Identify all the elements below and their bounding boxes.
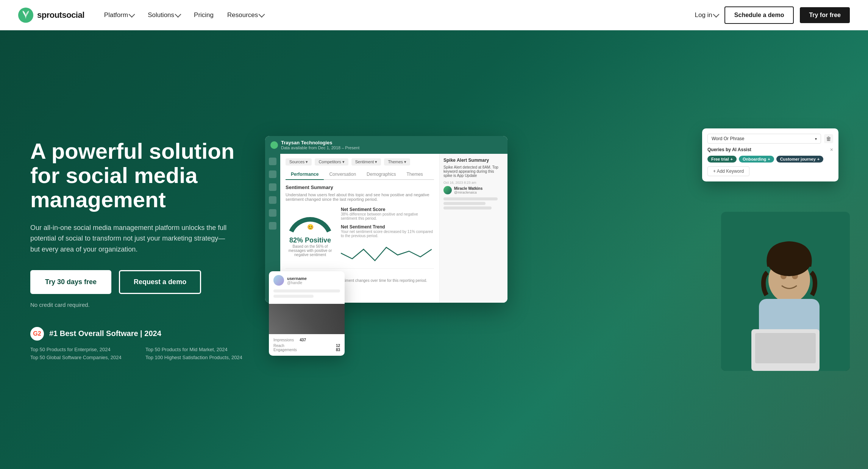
metric-val: 38% difference between positive and nega… <box>341 212 434 220</box>
social-meta: username @handle <box>287 276 340 285</box>
nav-solutions[interactable]: Solutions <box>148 11 180 19</box>
try-free-button[interactable]: Try for free <box>800 7 850 23</box>
ai-queries-title: Queries by AI Assist <box>707 147 751 152</box>
metric-title: Net Sentiment Trend <box>341 224 434 230</box>
stat-label: Impressions <box>273 338 294 342</box>
ai-tag-onboarding[interactable]: Onboarding + <box>739 156 774 163</box>
trend-chart <box>341 242 434 264</box>
award-item: Top 50 Products for Mid Market, 2024 <box>145 347 242 352</box>
nav-pricing[interactable]: Pricing <box>194 11 214 19</box>
hero-section: A powerful solution for social media man… <box>0 30 868 469</box>
hero-content: A powerful solution for social media man… <box>30 139 242 360</box>
person-background <box>721 212 850 371</box>
social-post-lines <box>269 289 345 304</box>
sentiment-content: 😊 82% Positive Based on the 56% of messa… <box>286 207 434 264</box>
nav-resources[interactable]: Resources <box>227 11 264 19</box>
login-button[interactable]: Log in <box>695 11 718 19</box>
chevron-down-icon: ▾ <box>815 137 817 141</box>
request-demo-button[interactable]: Request a demo <box>119 270 201 294</box>
filter-themes[interactable]: Themes ▾ <box>384 158 410 166</box>
right-panel-user: Miracle Watkins @miraclenaica <box>443 186 504 194</box>
sidebar-item[interactable] <box>269 170 276 178</box>
user-handle: @miraclenaica <box>454 191 482 194</box>
stat-impressions: Impressions 437 <box>273 338 306 342</box>
stat-value: 437 <box>300 338 306 342</box>
metric-val: Your net sentiment score decreased by 11… <box>341 230 434 238</box>
sentiment-percentage: 82% Positive <box>286 236 335 244</box>
ai-widget-card: Word Or Phrase ▾ 🗑 Queries by AI Assist … <box>702 128 838 181</box>
tag-plus-icon: + <box>730 157 732 161</box>
sidebar-item[interactable] <box>269 158 276 165</box>
hero-person-image <box>721 212 850 371</box>
hero-visual: Traysan Technologies Data available from… <box>258 128 850 371</box>
hero-subtitle: Our all-in-one social media management p… <box>30 222 227 255</box>
nav-platform[interactable]: Platform <box>104 11 134 19</box>
chevron-down-icon <box>259 11 265 18</box>
filter-sources[interactable]: Sources ▾ <box>286 158 312 166</box>
social-stats: Impressions 437 Reach 12 Engagements 83 <box>269 334 345 356</box>
right-panel-date: Oct 16, 2023 8:23 am <box>443 181 504 184</box>
ai-tag-free-trial[interactable]: Free trial + <box>707 156 737 163</box>
svg-rect-6 <box>755 333 816 363</box>
g2-badge: G2 #1 Best Overall Software | 2024 <box>30 327 242 341</box>
badge-text: #1 Best Overall Software | 2024 <box>49 329 161 338</box>
sentiment-summary-desc: Understand how users feel about this top… <box>286 192 434 202</box>
hero-title: A powerful solution for social media man… <box>30 139 242 211</box>
stat-value: 12 <box>336 344 340 348</box>
sentiment-arc: 😊 <box>287 207 333 233</box>
chevron-down-icon <box>713 11 719 18</box>
add-keyword-button[interactable]: + Add Keyword <box>707 166 749 176</box>
stat-label: Engagements <box>273 348 297 352</box>
logo[interactable]: sproutsocial <box>18 8 84 23</box>
tag-plus-icon: + <box>768 157 770 161</box>
tab-themes[interactable]: Themes <box>401 169 428 179</box>
social-post-header: username @handle <box>269 271 345 289</box>
company-name: Traysan Technologies <box>281 140 359 145</box>
ai-delete-button[interactable]: 🗑 <box>824 134 833 143</box>
stat-value: 83 <box>336 348 340 352</box>
ai-word-phrase-select[interactable]: Word Or Phrase ▾ <box>707 134 821 144</box>
ai-tag-customer-journey[interactable]: Customer journey + <box>776 156 824 163</box>
net-sentiment-trend: Net Sentiment Trend Your net sentiment s… <box>341 224 434 238</box>
nav-actions: Log in Schedule a demo Try for free <box>695 6 850 24</box>
social-post-card: username @handle Impressions 437 Reach <box>269 271 345 356</box>
ai-select-row: Word Or Phrase ▾ 🗑 <box>707 134 833 144</box>
message-line <box>443 197 498 200</box>
award-item: Top 50 Global Software Companies, 2024 <box>30 355 127 360</box>
sidebar-item[interactable] <box>269 222 276 230</box>
filter-competitors[interactable]: Competitors ▾ <box>315 158 348 166</box>
date-range: Data available from Dec 1, 2018 – Presen… <box>281 145 359 150</box>
social-avatar <box>273 275 284 286</box>
dashboard-header: Traysan Technologies Data available from… <box>265 136 507 154</box>
tab-conversation[interactable]: Conversation <box>324 169 361 179</box>
ai-tags: Free trial + Onboarding + Customer journ… <box>707 156 833 163</box>
tab-performance[interactable]: Performance <box>286 169 324 180</box>
stat-reach: Reach 12 <box>273 344 340 348</box>
social-handle: @handle <box>287 281 340 285</box>
sprout-logo-icon <box>18 8 33 23</box>
hero-buttons: Try 30 days free Request a demo <box>30 270 242 294</box>
no-credit-card-disclaimer: No credit card required. <box>30 302 242 308</box>
tab-demographics[interactable]: Demographics <box>361 169 401 179</box>
logo-text: sproutsocial <box>37 10 84 20</box>
award-item: Top 50 Products for Enterprise, 2024 <box>30 347 127 352</box>
user-name: Miracle Watkins <box>454 186 482 191</box>
stat-label: Reach <box>273 344 284 348</box>
sidebar-item[interactable] <box>269 183 276 191</box>
text-line-short <box>273 295 314 298</box>
g2-icon: G2 <box>30 327 44 341</box>
dashboard-logo <box>270 141 278 149</box>
try-free-hero-button[interactable]: Try 30 days free <box>30 270 111 294</box>
stat-engagements: Engagements 83 <box>273 348 340 352</box>
ai-close-button[interactable]: × <box>830 147 833 153</box>
sidebar-item[interactable] <box>269 196 276 204</box>
filter-sentiment[interactable]: Sentiment ▾ <box>351 158 381 166</box>
spike-alert-text: Spike Alert detected at 8AM. Top keyword… <box>443 165 504 178</box>
sidebar-item[interactable] <box>269 209 276 217</box>
chevron-down-icon <box>129 11 135 18</box>
spike-alert-title: Spike Alert Summary <box>443 158 504 163</box>
message-line <box>443 206 492 209</box>
ai-queries-label-row: Queries by AI Assist × <box>707 147 833 153</box>
spike-alert-panel: Spike Alert Summary Spike Alert detected… <box>439 154 507 303</box>
schedule-demo-button[interactable]: Schedule a demo <box>724 6 794 24</box>
